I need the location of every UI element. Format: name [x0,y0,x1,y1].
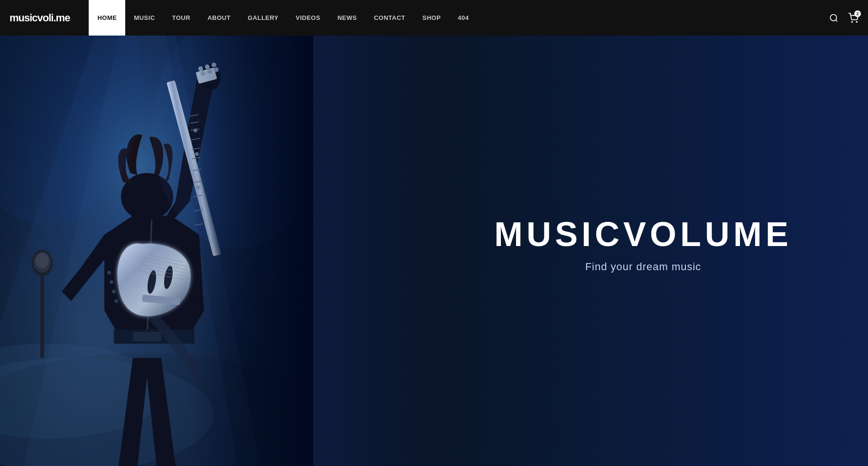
cart-badge: 2 [854,10,861,17]
nav-link-music[interactable]: MUSIC [125,0,163,36]
navigation: musicvoli.me HOME MUSIC TOUR ABOUT GALLE… [0,0,868,36]
nav-link-videos[interactable]: VIDEOS [287,0,329,36]
nav-link-home[interactable]: HOME [89,0,125,36]
nav-link-about[interactable]: ABOUT [199,0,239,36]
cart-button[interactable]: 2 [848,13,859,23]
nav-link-tour[interactable]: TOUR [164,0,199,36]
svg-point-2 [851,21,852,22]
nav-links: HOME MUSIC TOUR ABOUT GALLERY VIDEOS NEW… [89,0,829,36]
hero-section: MUSICVOLUME Find your dream music [0,36,868,466]
nav-item-home[interactable]: HOME [89,0,125,36]
search-button[interactable] [829,13,839,23]
nav-item-404[interactable]: 404 [449,0,477,36]
hero-subtitle: Find your dream music [494,261,792,273]
nav-link-404[interactable]: 404 [449,0,477,36]
nav-item-tour[interactable]: TOUR [164,0,199,36]
nav-item-news[interactable]: NEWS [329,0,365,36]
nav-link-shop[interactable]: SHOP [414,0,449,36]
nav-item-music[interactable]: MUSIC [125,0,163,36]
hero-image [0,36,313,466]
nav-item-about[interactable]: ABOUT [199,0,239,36]
hero-content: MUSICVOLUME Find your dream music [494,217,792,273]
nav-icons: 2 [829,13,859,23]
svg-point-3 [856,21,857,22]
nav-item-contact[interactable]: CONTACT [365,0,414,36]
nav-link-contact[interactable]: CONTACT [365,0,414,36]
nav-link-news[interactable]: NEWS [329,0,365,36]
nav-item-gallery[interactable]: GALLERY [239,0,287,36]
nav-item-videos[interactable]: VIDEOS [287,0,329,36]
hero-scene-svg [0,36,313,466]
hero-title: MUSICVOLUME [494,217,792,251]
search-icon [829,13,839,23]
site-logo[interactable]: musicvoli.me [9,12,70,24]
svg-line-1 [836,19,838,21]
nav-link-gallery[interactable]: GALLERY [239,0,287,36]
nav-item-shop[interactable]: SHOP [414,0,449,36]
svg-point-0 [831,14,837,20]
svg-rect-58 [0,36,313,466]
